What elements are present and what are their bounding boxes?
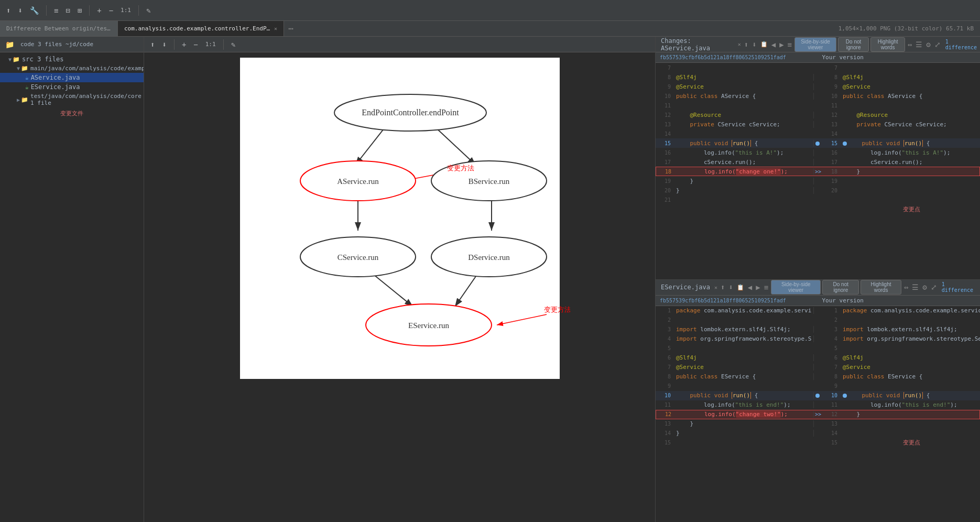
toolbar-icon-settings[interactable]: 🔧 (28, 5, 41, 16)
diff-next-aservice[interactable]: ▶ (778, 39, 785, 50)
toolbar-icon-edit[interactable]: ✎ (144, 5, 153, 16)
diff-extra-2-aservice[interactable]: ☰ (914, 39, 923, 50)
diff-line: 1 package com.analysis.code.example.serv… (656, 306, 980, 316)
toolbar-sep-2 (89, 5, 90, 16)
java-icon-eservice: ☕ (25, 84, 29, 91)
diff-pane-aservice: Changes: AService.java ✕ ⬆ ⬇ 📋 ◀ ▶ ≡ Sid… (656, 37, 980, 280)
tab-png-close[interactable]: ✕ (274, 26, 277, 31)
diff-viewer-mode-aservice[interactable]: Side-by-side viewer (794, 37, 836, 52)
diff-line: 11 log.info("this is end!"); 11 log.info… (656, 400, 980, 410)
diff-line: 7 7 (656, 63, 980, 72)
folder-icon-main: 📁 (21, 65, 28, 72)
diff-extra-4-aservice[interactable]: ⤢ (933, 39, 942, 50)
diff-prev-aservice[interactable]: ◀ (770, 39, 777, 50)
diff-ignore-mode-eservice[interactable]: Do not ignore (822, 280, 859, 295)
node-eservice-label: EService.run (408, 321, 449, 330)
diff-prev-eservice[interactable]: ◀ (747, 282, 753, 292)
tree-item-main[interactable]: ▼ 📁 main/java/com/analysis/code/example/… (0, 64, 144, 73)
folder-icon-test: 📁 (21, 96, 28, 103)
img-edit[interactable]: ✎ (229, 39, 237, 50)
sidebar: 📁 code 3 files ~jd/code ▼ 📁 src 3 files … (0, 37, 144, 522)
diff-nav-down-aservice[interactable]: ⬇ (751, 39, 757, 50)
diff-tab-aservice-label[interactable]: Changes: AService.java (659, 37, 736, 52)
diff-line: 14 14 (656, 129, 980, 138)
change-dot-right-e (843, 394, 847, 398)
img-zoom-fit[interactable]: 1:1 (203, 40, 218, 49)
tree-item-eservice[interactable]: ☕ EService.java (0, 82, 144, 92)
toolbar-icon-zoom-plus[interactable]: + (95, 5, 103, 16)
diff-extra-3-eservice[interactable]: ⚙ (921, 282, 928, 292)
diff-menu-aservice[interactable]: ≡ (787, 39, 793, 50)
diff-nav-down-eservice[interactable]: ⬇ (727, 282, 734, 292)
diff-hash-aservice: fb557539cfbf6b5d121a18ff806525109251fadf (656, 53, 790, 62)
node-aservice-label: AService.run (337, 177, 379, 186)
diff-line: 12 @Resource 12 @Resource (656, 110, 980, 119)
app-toolbar: ⬆ ⬇ 🔧 ≡ ⊟ ⊞ + − 1:1 ✎ (0, 0, 980, 21)
diff-line-change-point-e: 15 15 变更点 (656, 438, 980, 448)
diff-line: 15 public void run() { 15 public void ru… (656, 138, 980, 148)
diff-line: 19 } 19 (656, 176, 980, 186)
diff-next-eservice[interactable]: ▶ (755, 282, 761, 292)
diff-ignore-mode-aservice[interactable]: Do not ignore (838, 37, 869, 52)
change-dot-left-e (815, 394, 820, 398)
diff-nav-up-aservice[interactable]: ⬆ (743, 39, 749, 50)
diff-extra-1-aservice[interactable]: ⇔ (907, 39, 913, 50)
diff-line: 2 2 (656, 316, 980, 325)
img-nav-down[interactable]: ⬇ (160, 39, 168, 50)
diff-extra-1-eservice[interactable]: ⇔ (903, 282, 909, 292)
diff-line: 17 cService.run(); 17 cService.run(); (656, 157, 980, 167)
img-zoom-minus[interactable]: − (191, 39, 200, 50)
diff-tab-eservice-close[interactable]: ✕ (714, 285, 717, 290)
sidebar-tree: ▼ 📁 src 3 files ▼ 📁 main/java/com/analys… (0, 52, 144, 522)
diff-copy-aservice[interactable]: 📋 (759, 40, 769, 49)
tab-png[interactable]: com.analysis.code.example.controller.End… (118, 21, 284, 36)
img-nav-up[interactable]: ⬆ (148, 39, 157, 50)
diff-viewer-mode-eservice[interactable]: Side-by-side viewer (771, 280, 821, 295)
tree-item-aservice[interactable]: ☕ AService.java (0, 73, 144, 82)
arrow-endpoint-aservice (355, 128, 384, 165)
toolbar-icon-minus[interactable]: ⊟ (63, 5, 72, 16)
tree-arrow-src: ▼ (8, 57, 12, 62)
img-sep (174, 39, 175, 50)
node-dservice-label: DService.run (468, 253, 510, 262)
toolbar-icon-down[interactable]: ⬇ (16, 5, 24, 16)
diff-line: 16 log.info("this is A!"); 16 log.info("… (656, 148, 980, 157)
diff-line: 5 5 (656, 344, 980, 353)
diff-line: 14 } 14 (656, 429, 980, 438)
diff-copy-eservice[interactable]: 📋 (736, 283, 745, 292)
toolbar-icon-plus-sq[interactable]: ⊞ (75, 5, 84, 16)
diff-highlight-mode-aservice[interactable]: Highlight words (870, 37, 905, 52)
tab-more[interactable]: ⋯ (284, 21, 298, 36)
diff-count-aservice: 1 difference (945, 39, 977, 50)
right-panel: Changes: AService.java ✕ ⬆ ⬇ 📋 ◀ ▶ ≡ Sid… (655, 37, 980, 522)
diff-extra-2-eservice[interactable]: ☰ (911, 282, 920, 292)
toolbar-icon-zoom-minus[interactable]: − (107, 5, 115, 16)
diff-highlight-mode-eservice[interactable]: Highlight words (861, 280, 901, 295)
tree-item-test[interactable]: ▶ 📁 test/java/com/analysis/code/core 1 f… (0, 92, 144, 107)
diff-header-eservice: fb557539cfbf6b5d121a18ff806525109251fadf… (656, 296, 980, 306)
diff-nav-up-eservice[interactable]: ⬆ (720, 282, 726, 292)
diff-toolbar-aservice: Changes: AService.java ✕ ⬆ ⬇ 📋 ◀ ▶ ≡ Sid… (656, 37, 980, 52)
diff-line-change-point: 变更点 (656, 204, 980, 214)
diagram-wrapper: EndPointController.endPoint AService.run… (240, 58, 560, 379)
annotation-top: 变更方法 (447, 164, 474, 172)
tab-diff[interactable]: Difference Between origin/test-code-chan… (0, 21, 118, 36)
sidebar-change-label: 变更文件 (0, 107, 144, 119)
diff-tab-eservice-label[interactable]: EService.java (659, 284, 712, 291)
sidebar-icon-folder[interactable]: 📁 (3, 39, 16, 50)
diff-tab-aservice-close[interactable]: ✕ (738, 41, 741, 47)
diff-line: 21 (656, 195, 980, 204)
toolbar-icon-align[interactable]: ≡ (52, 5, 60, 16)
img-sep2 (223, 39, 224, 50)
arrow-endpoint-bservice (437, 128, 476, 165)
diff-content-eservice: fb557539cfbf6b5d121a18ff806525109251fadf… (656, 296, 980, 523)
toolbar-icon-zoom-fit[interactable]: 1:1 (118, 6, 133, 15)
diff-menu-eservice[interactable]: ≡ (763, 282, 769, 292)
tree-item-src[interactable]: ▼ 📁 src 3 files (0, 55, 144, 64)
diff-line: 10 public class AService { 10 public cla… (656, 91, 980, 101)
diff-extra-4-eservice[interactable]: ⤢ (930, 282, 938, 292)
img-zoom-plus[interactable]: + (180, 39, 188, 50)
toolbar-sep-1 (46, 5, 47, 16)
diff-extra-3-aservice[interactable]: ⚙ (925, 39, 931, 50)
toolbar-icon-up[interactable]: ⬆ (4, 5, 13, 16)
